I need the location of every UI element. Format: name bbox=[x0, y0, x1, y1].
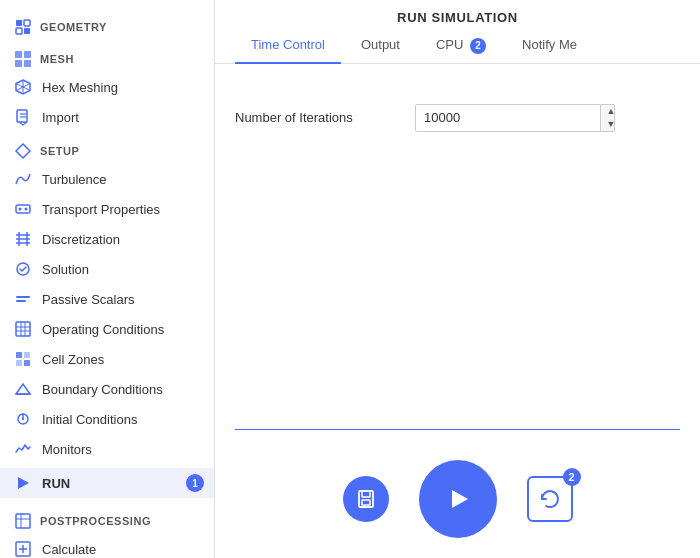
sidebar-label-setup: SETUP bbox=[40, 145, 79, 157]
iterations-input[interactable] bbox=[416, 105, 600, 130]
monitors-icon bbox=[14, 440, 32, 458]
boundary-icon bbox=[14, 380, 32, 398]
sidebar-item-label: Hex Meshing bbox=[42, 80, 118, 95]
svg-rect-26 bbox=[16, 322, 30, 336]
sidebar: GEOMETRY MESH Hex Meshing bbox=[0, 0, 215, 558]
operating-icon bbox=[14, 320, 32, 338]
svg-point-16 bbox=[19, 208, 22, 211]
iterations-field-row: Number of Iterations ▲ ▼ bbox=[235, 104, 680, 132]
sidebar-item-hex-meshing[interactable]: Hex Meshing bbox=[0, 72, 214, 102]
sidebar-section-geometry: GEOMETRY bbox=[0, 8, 214, 40]
svg-rect-24 bbox=[16, 296, 30, 298]
sidebar-item-boundary-conditions[interactable]: Boundary Conditions bbox=[0, 374, 214, 404]
sidebar-item-run[interactable]: RUN 1 bbox=[0, 468, 214, 498]
sidebar-item-monitors[interactable]: Monitors bbox=[0, 434, 214, 464]
import-icon bbox=[14, 108, 32, 126]
svg-point-38 bbox=[22, 418, 24, 420]
svg-marker-39 bbox=[18, 477, 29, 489]
hex-icon bbox=[14, 78, 32, 96]
svg-rect-48 bbox=[362, 500, 370, 505]
sidebar-item-transport-properties[interactable]: Transport Properties bbox=[0, 194, 214, 224]
sidebar-item-label: Calculate bbox=[42, 542, 96, 557]
tab-notify-me[interactable]: Notify Me bbox=[506, 31, 593, 64]
sidebar-item-passive-scalars[interactable]: Passive Scalars bbox=[0, 284, 214, 314]
sidebar-item-initial-conditions[interactable]: Initial Conditions bbox=[0, 404, 214, 434]
restart-badge: 2 bbox=[563, 468, 581, 486]
sidebar-item-turbulence[interactable]: Turbulence bbox=[0, 164, 214, 194]
iterations-stepper: ▲ ▼ bbox=[600, 105, 615, 131]
run-icon bbox=[14, 474, 32, 492]
sidebar-item-cell-zones[interactable]: Cell Zones bbox=[0, 344, 214, 374]
mesh-section-icon bbox=[14, 50, 32, 68]
play-button[interactable] bbox=[419, 460, 497, 538]
sidebar-item-label: Cell Zones bbox=[42, 352, 104, 367]
tab-output[interactable]: Output bbox=[345, 31, 416, 64]
turbulence-icon bbox=[14, 170, 32, 188]
svg-rect-12 bbox=[17, 110, 27, 122]
restart-icon bbox=[538, 487, 562, 511]
restart-button-wrap: 2 bbox=[527, 476, 573, 522]
iterations-decrement-button[interactable]: ▼ bbox=[601, 118, 615, 131]
tab-cpu[interactable]: CPU 2 bbox=[420, 31, 502, 64]
cellzones-icon bbox=[14, 350, 32, 368]
svg-marker-49 bbox=[452, 490, 468, 508]
svg-rect-6 bbox=[15, 60, 22, 67]
sidebar-section-postprocessing: POSTPROCESSING bbox=[0, 502, 214, 534]
sidebar-label-mesh: MESH bbox=[40, 53, 74, 65]
sidebar-item-label: Transport Properties bbox=[42, 202, 160, 217]
svg-rect-25 bbox=[16, 300, 26, 302]
sidebar-item-label: Boundary Conditions bbox=[42, 382, 163, 397]
divider bbox=[235, 429, 680, 430]
play-icon bbox=[442, 483, 474, 515]
svg-rect-32 bbox=[24, 352, 30, 358]
main-area: RUN SIMULATION Time Control Output CPU 2… bbox=[215, 0, 700, 558]
svg-rect-31 bbox=[16, 352, 22, 358]
setup-section-icon bbox=[14, 142, 32, 160]
iterations-label: Number of Iterations bbox=[235, 110, 415, 125]
postprocessing-section-icon bbox=[14, 512, 32, 530]
page-title: RUN SIMULATION bbox=[215, 0, 700, 25]
iterations-input-wrap: ▲ ▼ bbox=[415, 104, 615, 132]
geometry-icon bbox=[14, 18, 32, 36]
sidebar-section-mesh: MESH bbox=[0, 40, 214, 72]
svg-rect-0 bbox=[16, 20, 22, 26]
calculate-icon bbox=[14, 540, 32, 558]
sidebar-item-label: Discretization bbox=[42, 232, 120, 247]
svg-rect-15 bbox=[16, 205, 30, 213]
sidebar-section-setup: SETUP bbox=[0, 132, 214, 164]
discretization-icon bbox=[14, 230, 32, 248]
sidebar-item-solution[interactable]: Solution bbox=[0, 254, 214, 284]
svg-point-17 bbox=[25, 208, 28, 211]
cpu-tab-badge: 2 bbox=[470, 38, 486, 54]
svg-rect-1 bbox=[24, 28, 30, 34]
sidebar-item-label: Import bbox=[42, 110, 79, 125]
svg-rect-40 bbox=[16, 514, 30, 528]
sidebar-item-calculate[interactable]: Calculate bbox=[0, 534, 214, 558]
run-badge: 1 bbox=[186, 474, 204, 492]
sidebar-item-operating-conditions[interactable]: Operating Conditions bbox=[0, 314, 214, 344]
sidebar-item-discretization[interactable]: Discretization bbox=[0, 224, 214, 254]
svg-rect-4 bbox=[15, 51, 22, 58]
sidebar-item-label: Passive Scalars bbox=[42, 292, 134, 307]
sidebar-label-postprocessing: POSTPROCESSING bbox=[40, 515, 151, 527]
svg-rect-2 bbox=[24, 20, 30, 26]
sidebar-item-label: Turbulence bbox=[42, 172, 107, 187]
save-icon bbox=[355, 488, 377, 510]
tab-bar: Time Control Output CPU 2 Notify Me bbox=[215, 25, 700, 64]
solution-icon bbox=[14, 260, 32, 278]
sidebar-item-import[interactable]: Import bbox=[0, 102, 214, 132]
content-area: Number of Iterations ▲ ▼ bbox=[215, 64, 700, 559]
tab-time-control[interactable]: Time Control bbox=[235, 31, 341, 64]
action-bar: 2 bbox=[235, 450, 680, 558]
sidebar-item-label: Operating Conditions bbox=[42, 322, 164, 337]
svg-rect-5 bbox=[24, 51, 31, 58]
sidebar-item-label: Solution bbox=[42, 262, 89, 277]
sidebar-label-geometry: GEOMETRY bbox=[40, 21, 107, 33]
svg-rect-33 bbox=[16, 360, 22, 366]
transport-icon bbox=[14, 200, 32, 218]
sidebar-item-label: RUN bbox=[42, 476, 70, 491]
iterations-increment-button[interactable]: ▲ bbox=[601, 105, 615, 118]
svg-rect-7 bbox=[24, 60, 31, 67]
svg-rect-3 bbox=[16, 28, 22, 34]
save-button[interactable] bbox=[343, 476, 389, 522]
